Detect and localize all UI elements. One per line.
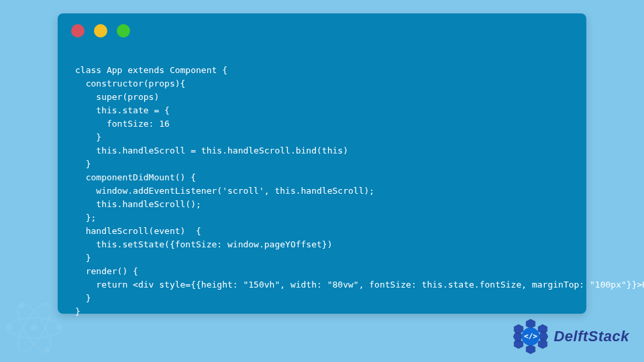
svg-marker-0 <box>527 319 535 328</box>
code-block: class App extends Component { constructo… <box>75 64 573 292</box>
svg-text:</>: </> <box>524 332 537 341</box>
brand-logo-icon: </> <box>512 318 549 355</box>
code-window: class App extends Component { constructo… <box>58 13 586 314</box>
atom-watermark-icon <box>4 299 64 357</box>
close-icon <box>71 24 85 38</box>
zoom-icon <box>117 24 130 38</box>
traffic-lights <box>71 24 130 38</box>
svg-marker-6 <box>514 332 523 341</box>
svg-marker-4 <box>527 345 535 353</box>
svg-marker-2 <box>539 332 548 341</box>
brand: </> DelftStack <box>512 318 629 355</box>
brand-name: DelftStack <box>553 328 629 345</box>
minimize-icon <box>94 24 107 38</box>
